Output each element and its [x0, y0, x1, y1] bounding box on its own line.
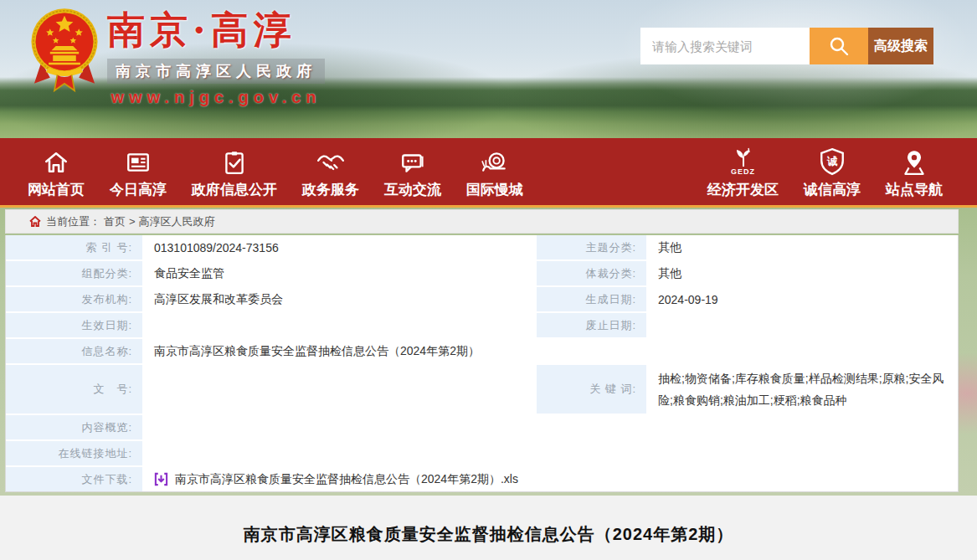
nav-item-home[interactable]: 网站首页: [28, 144, 85, 199]
file-download-cell: 南京市高淳区粮食质量安全监督抽检信息公告（2024年第2期）.xls: [142, 467, 958, 491]
table-row: 发布机构: 高淳区发展和改革委员会 生成日期: 2024-09-19: [6, 287, 958, 311]
download-file-name: 南京市高淳区粮食质量安全监督抽检信息公告（2024年第2期）.xls: [175, 472, 518, 487]
info-table: 索 引 号: 013101089/2024-73156 主题分类: 其他 组配分…: [5, 235, 959, 492]
group-value: 食品安全监管: [142, 261, 534, 285]
table-row: 生效日期: 废止日期:: [6, 313, 958, 337]
table-row: 索 引 号: 013101089/2024-73156 主题分类: 其他: [6, 235, 958, 259]
nav-item-interaction[interactable]: 互动交流: [384, 144, 441, 199]
publisher-value: 高淳区发展和改革委员会: [142, 287, 534, 311]
table-row: 内容概览:: [6, 415, 958, 439]
genre-label: 体裁分类:: [537, 261, 646, 285]
site-subtitle: 南京市高淳区人民政府: [107, 59, 325, 84]
news-icon: [125, 144, 152, 176]
chat-icon: [399, 144, 426, 176]
site-brand[interactable]: 南京·高淳 南京市高淳区人民政府 www.njgc.gov.cn: [107, 5, 325, 107]
effective-date-label: 生效日期:: [6, 313, 142, 337]
page: 南京·高淳 南京市高淳区人民政府 www.njgc.gov.cn 高级搜索 网站…: [0, 0, 977, 560]
doc-no-value: [142, 365, 534, 414]
info-name-label: 信息名称:: [6, 339, 142, 363]
created-date-label: 生成日期:: [537, 287, 646, 311]
gedz-caption: GEDZ: [731, 168, 755, 176]
table-row: 组配分类: 食品安全监管 体裁分类: 其他: [6, 261, 958, 285]
breadcrumb: 当前位置： 首页 > 高淳区人民政府: [5, 209, 959, 234]
repeal-date-value: [646, 313, 958, 337]
group-label: 组配分类:: [6, 261, 142, 285]
genre-value: 其他: [646, 261, 958, 285]
sprout-icon: GEDZ: [731, 144, 756, 176]
site-header: 南京·高淳 南京市高淳区人民政府 www.njgc.gov.cn 高级搜索: [0, 0, 977, 138]
breadcrumb-current-link[interactable]: 高淳区人民政府: [139, 214, 215, 229]
main-nav: 网站首页 今日高淳 政府信息公开 政务服务 互动交流: [0, 138, 977, 208]
main-content: 当前位置： 首页 > 高淳区人民政府 索 引 号: 013101089/2024…: [5, 209, 959, 492]
summary-label: 内容概览:: [6, 415, 142, 439]
effective-date-value: [142, 313, 534, 337]
repeal-date-label: 废止日期:: [537, 313, 646, 337]
file-download-label: 文件下载:: [6, 467, 142, 491]
summary-value: [142, 415, 958, 439]
doc-no-label: 文 号:: [6, 365, 142, 414]
keywords-value: 抽检;物资储备;库存粮食质量;样品检测结果;原粮;安全风险;粮食购销;粮油加工;…: [646, 365, 958, 414]
table-row: 文件下载: 南京市高淳区粮食质量安全监督抽检信息公告（2024年第2期）.xls: [6, 467, 958, 492]
search-button[interactable]: [810, 28, 868, 64]
info-name-value: 南京市高淳区粮食质量安全监督抽检信息公告（2024年第2期）: [142, 339, 958, 363]
search-bar: 高级搜索: [640, 28, 933, 64]
index-no-label: 索 引 号:: [6, 235, 142, 259]
breadcrumb-separator: >: [129, 215, 136, 228]
topic-value: 其他: [646, 235, 958, 259]
home-icon: [43, 144, 69, 176]
location-pin-icon: [901, 144, 928, 176]
nav-item-integrity[interactable]: 诚 诚信高淳: [804, 144, 861, 199]
index-no-value: 013101089/2024-73156: [142, 235, 534, 259]
snail-icon: [480, 144, 510, 176]
clipboard-check-icon: [221, 144, 248, 176]
created-date-value: 2024-09-19: [646, 287, 958, 311]
article-title: 南京市高淳区粮食质量安全监督抽检信息公告（2024年第2期）: [0, 523, 977, 546]
breadcrumb-home-icon: [29, 216, 41, 227]
nav-item-slow-city[interactable]: 国际慢城: [466, 144, 523, 199]
online-link-value: [142, 441, 958, 465]
nav-item-services[interactable]: 政务服务: [302, 144, 359, 199]
topic-label: 主题分类:: [537, 235, 646, 259]
table-row: 信息名称: 南京市高淳区粮食质量安全监督抽检信息公告（2024年第2期）: [6, 339, 958, 363]
table-row: 在线链接地址:: [6, 441, 958, 465]
nav-item-today[interactable]: 今日高淳: [110, 144, 167, 199]
keywords-label: 关 键 词:: [537, 365, 646, 414]
svg-text:诚: 诚: [826, 155, 838, 167]
advanced-search-button[interactable]: 高级搜索: [868, 28, 933, 64]
publisher-label: 发布机构:: [6, 287, 142, 311]
national-emblem-logo[interactable]: [28, 4, 100, 98]
search-input[interactable]: [640, 28, 810, 64]
handshake-icon: [316, 144, 345, 176]
breadcrumb-home-link[interactable]: 首页: [104, 214, 126, 229]
integrity-shield-icon: 诚: [819, 144, 846, 176]
nav-item-gov-info[interactable]: 政府信息公开: [192, 144, 277, 199]
download-file-link[interactable]: 南京市高淳区粮食质量安全监督抽检信息公告（2024年第2期）.xls: [154, 472, 518, 487]
site-url: www.njgc.gov.cn: [107, 88, 325, 107]
article-area: 南京市高淳区粮食质量安全监督抽检信息公告（2024年第2期）: [0, 496, 977, 560]
nav-item-sitemap[interactable]: 站点导航: [886, 144, 943, 199]
table-row: 文 号: 关 键 词: 抽检;物资储备;库存粮食质量;样品检测结果;原粮;安全风…: [6, 365, 958, 414]
online-link-label: 在线链接地址:: [6, 441, 142, 465]
site-title: 南京·高淳: [107, 5, 325, 55]
search-icon: [828, 35, 850, 57]
nav-item-economic-zone[interactable]: GEDZ 经济开发区: [707, 144, 779, 199]
download-icon: [154, 472, 168, 486]
breadcrumb-prefix: 当前位置：: [46, 214, 100, 229]
